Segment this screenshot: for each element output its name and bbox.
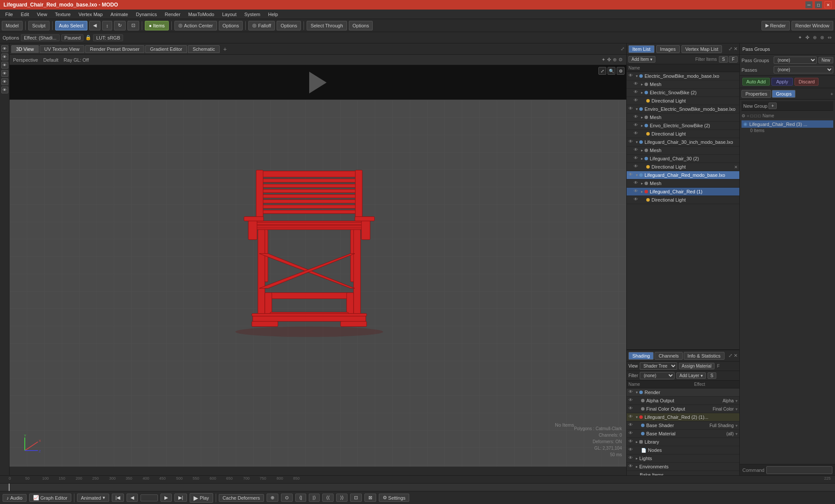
shader-item-lgr-mat[interactable]: 👁 ▾ Lifeguard_Chair_Red (2) (1)...: [627, 413, 739, 421]
shader-s-button[interactable]: S: [708, 372, 717, 379]
apply-button[interactable]: Apply: [772, 78, 793, 86]
s-button[interactable]: S: [719, 56, 728, 63]
tab-images[interactable]: Images: [656, 45, 680, 53]
menu-help[interactable]: Help: [264, 11, 281, 18]
menu-animate[interactable]: Animate: [107, 11, 131, 18]
left-eye-4[interactable]: 👁: [1, 70, 8, 77]
eye-icon-env-dlight[interactable]: 👁: [634, 131, 640, 137]
eye-icon-lg30-dlight[interactable]: 👁: [634, 164, 640, 170]
add-item-button[interactable]: Add Item ▾: [628, 56, 655, 63]
transform-btn-3[interactable]: ↻: [114, 21, 126, 30]
pb-icon-2[interactable]: ⊙: [281, 494, 293, 502]
filter-select[interactable]: (none): [640, 372, 675, 379]
shader-item-base-shader[interactable]: 👁 Base Shader Full Shading ▾: [627, 421, 739, 430]
tree-item-lgr-dlight[interactable]: 👁 Directional Light: [627, 196, 739, 204]
tree-item-lg30-dlight[interactable]: 👁 Directional Light ✕: [627, 163, 739, 171]
eye-environments[interactable]: 👁: [628, 464, 635, 470]
tree-item-lgr-mesh[interactable]: 👁 ▸ Mesh: [627, 179, 739, 188]
shader-item-render[interactable]: 👁 ▾ Render: [627, 388, 739, 397]
eye-icon-lgr[interactable]: 👁: [628, 172, 635, 178]
items-button[interactable]: ● Items: [145, 21, 169, 30]
vp-icon-2[interactable]: ✤: [805, 35, 809, 40]
command-input[interactable]: [766, 466, 832, 474]
tab-uv-texture[interactable]: UV Texture View: [40, 45, 84, 53]
pb-icon-1[interactable]: ⊕: [267, 494, 278, 502]
auto-add-button[interactable]: Auto Add: [742, 78, 770, 86]
vp-icon-5[interactable]: ⇔: [828, 35, 832, 40]
tab-item-list[interactable]: Item List: [628, 45, 655, 53]
pg-pass-groups-select[interactable]: (none): [774, 56, 817, 64]
shader-item-environments[interactable]: 👁 ▸ Environments: [627, 463, 739, 471]
vp-ctrl-icon-1[interactable]: ✦: [601, 57, 605, 63]
tab-schematic[interactable]: Schematic: [188, 45, 220, 53]
eye-icon-ei[interactable]: 👁: [628, 73, 635, 79]
left-eye-1[interactable]: 👁: [1, 45, 8, 52]
render-window-button[interactable]: Render Window: [792, 21, 833, 30]
pb-icon-7[interactable]: ⊡: [350, 494, 362, 502]
eye-icon-env-bike[interactable]: 👁: [634, 123, 640, 129]
menu-layout[interactable]: Layout: [219, 11, 240, 18]
tree-item-env-dlight[interactable]: 👁 Directional Light: [627, 130, 739, 138]
render-button[interactable]: ▶ Render: [762, 21, 790, 30]
timeline-bar[interactable]: [0, 484, 835, 491]
view-select[interactable]: Shader Tree: [640, 362, 677, 370]
eye-final-color[interactable]: 👁: [628, 406, 635, 412]
shader-item-base-mat[interactable]: 👁 Base Material (all) ▾: [627, 430, 739, 438]
next-key-button[interactable]: ▶|: [174, 494, 187, 502]
auto-select-button[interactable]: Auto Select: [55, 21, 87, 30]
eye-icon-env-mesh[interactable]: 👁: [634, 114, 640, 120]
minimize-button[interactable]: ─: [805, 1, 812, 8]
shader-item-final-color[interactable]: 👁 Final Color Output Final Color ▾: [627, 405, 739, 413]
tree-item-lgr-lxo[interactable]: 👁 ▾ Lifeguard_Chair_Red_modo_base.lxo: [627, 171, 739, 179]
group-item-lgr[interactable]: ◉ Lifeguard_Chair_Red (3) ...: [741, 120, 833, 128]
model-button[interactable]: Model: [2, 21, 23, 30]
tab-gradient-editor[interactable]: Gradient Editor: [145, 45, 187, 53]
tab-groups[interactable]: Groups: [772, 90, 795, 98]
tab-shading[interactable]: Shading: [628, 352, 654, 360]
options-1-button[interactable]: Options: [219, 21, 243, 30]
tab-3d-view[interactable]: 3D View: [11, 45, 39, 53]
eye-icon-lg30[interactable]: 👁: [628, 139, 635, 145]
eye-icon-ei-bike[interactable]: 👁: [634, 90, 640, 96]
tree-item-env-lxo[interactable]: 👁 ▾ Enviro_Electric_SnowBike_modo_base.l…: [627, 105, 739, 113]
eye-alpha[interactable]: 👁: [628, 398, 635, 404]
eye-base-shader[interactable]: 👁: [628, 422, 635, 428]
pb-icon-5[interactable]: ⟨⟨: [322, 494, 334, 502]
discard-button[interactable]: Discard: [795, 78, 818, 86]
select-through-button[interactable]: Select Through: [307, 21, 347, 30]
tab-channels[interactable]: Channels: [655, 352, 682, 360]
eye-icon-lgr-dlight[interactable]: 👁: [634, 197, 640, 203]
shader-item-bake[interactable]: Bake Items: [627, 471, 739, 475]
tab-info-stats[interactable]: Info & Statistics: [684, 352, 725, 360]
eye-base-mat[interactable]: 👁: [628, 431, 635, 437]
menu-view[interactable]: View: [33, 11, 51, 18]
eye-lights[interactable]: 👁: [628, 455, 635, 461]
tree-item-lg30-mesh[interactable]: 👁 ▸ Mesh: [627, 146, 739, 155]
3d-viewport[interactable]: No Items Polygons : Catmull-Clark Channe…: [10, 65, 626, 467]
new-group-button[interactable]: +: [768, 103, 777, 109]
assign-material-button[interactable]: Assign Material: [679, 363, 715, 369]
frame-input[interactable]: 0: [140, 494, 158, 501]
tree-item-env-bike[interactable]: 👁 ▸ Envo_Electric_SnowBike (2): [627, 122, 739, 130]
menu-system[interactable]: System: [241, 11, 264, 18]
tree-item-ei-bike[interactable]: 👁 ▸ Electric_SnowBike (2): [627, 89, 739, 97]
eye-lgr-mat[interactable]: 👁: [628, 414, 635, 420]
eye-icon-lgr-chair[interactable]: 👁: [634, 189, 640, 195]
add-tab-icon[interactable]: +: [220, 45, 229, 53]
transform-btn-2[interactable]: ↕: [102, 21, 113, 30]
vp-icon-4[interactable]: ⊗: [820, 35, 824, 40]
shader-item-alpha[interactable]: 👁 Alpha Output Alpha ▾: [627, 397, 739, 405]
sculpt-button[interactable]: Sculpt: [28, 21, 50, 30]
vp-ctrl-search[interactable]: 🔍: [608, 67, 615, 75]
tab-render-preset[interactable]: Render Preset Browser: [85, 45, 144, 53]
shader-expand[interactable]: ⤢ ✕: [728, 353, 738, 358]
vp-icon-1[interactable]: ✦: [798, 35, 802, 40]
vp-ctrl-icon-4[interactable]: ⚙: [618, 57, 623, 63]
eye-icon-ei-dlight[interactable]: 👁: [634, 98, 640, 104]
play-button[interactable]: ▶ Play: [190, 493, 213, 503]
vp-ctrl-settings[interactable]: ⚙: [617, 67, 625, 75]
tree-item-lgr-chair[interactable]: 👁 ▸ Lifeguard_Chair_Red (1): [627, 188, 739, 196]
left-eye-3[interactable]: 👁: [1, 62, 8, 69]
shader-item-nodes[interactable]: 👁 📄 Nodes: [627, 446, 739, 454]
tree-item-lg30-chair[interactable]: 👁 ▸ Lifeguard_Chair_30 (2): [627, 155, 739, 163]
